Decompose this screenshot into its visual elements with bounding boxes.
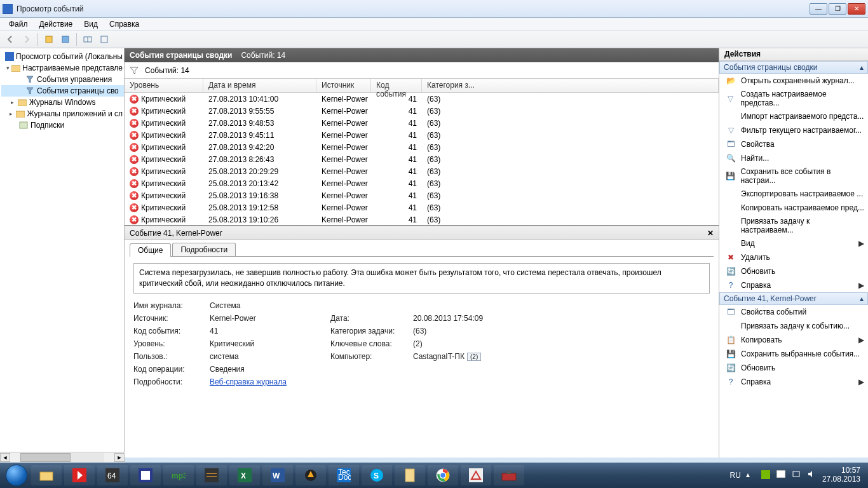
col-source[interactable]: Источник <box>316 79 371 92</box>
action-item[interactable]: 💾Сохранить все события в настраи... <box>719 165 868 187</box>
action-item[interactable]: 🗔Свойства <box>719 137 868 151</box>
taskbar-app-10[interactable] <box>494 465 524 485</box>
critical-icon: ✖ <box>130 215 139 224</box>
tray-lang[interactable]: RU <box>730 471 741 480</box>
taskbar-app-8[interactable] <box>395 465 425 485</box>
action-icon <box>726 111 736 121</box>
tree-subscriptions[interactable]: Подписки <box>1 119 124 131</box>
tab-general[interactable]: Общие <box>130 243 171 257</box>
action-item[interactable]: Вид▶ <box>719 236 868 250</box>
taskbar-app-2[interactable]: 64 <box>97 465 128 485</box>
action-item[interactable]: 🔄Обновить <box>719 264 868 278</box>
close-button[interactable]: ✕ <box>848 3 865 15</box>
action-icon: ▽ <box>726 125 736 135</box>
tray-clock[interactable]: 10:57 27.08.2013 <box>822 466 860 484</box>
col-category[interactable]: Категория з... <box>422 79 719 92</box>
taskbar-chrome[interactable] <box>428 465 458 485</box>
tray-network-icon[interactable] <box>792 470 802 480</box>
taskbar-app-4[interactable]: mp3 <box>163 465 194 485</box>
action-item[interactable]: 🔍Найти... <box>719 151 868 165</box>
toolbar-btn-1[interactable] <box>41 32 57 46</box>
table-row[interactable]: ✖Критический27.08.2013 8:26:43Kernel-Pow… <box>125 153 719 165</box>
taskbar-app-7[interactable]: TecDoc <box>329 465 359 485</box>
action-item[interactable]: Привязать задачу к событию... <box>719 319 868 333</box>
table-row[interactable]: ✖Критический27.08.2013 9:45:11Kernel-Pow… <box>125 129 719 141</box>
toolbar-btn-3[interactable] <box>80 32 95 46</box>
svg-rect-9 <box>20 122 27 128</box>
lbl-computer: Компьютер: <box>330 352 413 361</box>
actions-panel: Действия События страницы сводки▴ 📂Откры… <box>719 48 868 458</box>
toolbar-btn-4[interactable] <box>97 32 112 46</box>
tab-details[interactable]: Подробности <box>172 243 236 256</box>
table-row[interactable]: ✖Критический27.08.2013 9:42:20Kernel-Pow… <box>125 141 719 153</box>
table-row[interactable]: ✖Критический27.08.2013 9:55:55Kernel-Pow… <box>125 105 719 117</box>
taskbar-explorer[interactable] <box>31 465 62 485</box>
action-item[interactable]: 💾Сохранить выбранные события... <box>719 347 868 361</box>
toolbar-btn-2[interactable] <box>58 32 73 46</box>
tree-custom-views[interactable]: ▾ Настраиваемые представле <box>1 62 124 74</box>
tray-icon[interactable]: ▴ <box>746 470 756 480</box>
svg-rect-10 <box>40 472 53 480</box>
action-item[interactable]: Копировать настраиваемое пред... <box>719 201 868 215</box>
menubar: Файл Действие Вид Справка <box>0 18 868 30</box>
tree-summary-events[interactable]: События страницы сво <box>1 85 124 97</box>
action-item[interactable]: ▽Создать настраиваемое представ... <box>719 88 868 109</box>
folder-icon <box>16 109 25 119</box>
table-row[interactable]: ✖Критический25.08.2013 20:29:29Kernel-Po… <box>125 165 719 177</box>
folder-icon <box>11 63 20 73</box>
taskbar-app-3[interactable] <box>130 465 161 485</box>
table-row[interactable]: ✖Критический27.08.2013 9:48:53Kernel-Pow… <box>125 117 719 129</box>
action-item[interactable]: ✖Удалить <box>719 250 868 264</box>
nav-forward-button[interactable] <box>19 32 34 46</box>
actions-section-1[interactable]: События страницы сводки▴ <box>719 61 868 74</box>
val-opcode: Сведения <box>210 365 330 374</box>
taskbar-app-6[interactable] <box>295 465 326 485</box>
table-row[interactable]: ✖Критический25.08.2013 19:10:26Kernel-Po… <box>125 214 719 225</box>
action-item[interactable]: Импорт настраиваемого предста... <box>719 109 868 123</box>
maximize-button[interactable]: ❐ <box>829 3 846 15</box>
col-level[interactable]: Уровень <box>125 79 203 92</box>
tray-flag-icon[interactable] <box>776 470 787 480</box>
table-row[interactable]: ✖Критический27.08.2013 10:41:00Kernel-Po… <box>125 93 719 105</box>
action-item[interactable]: ?Справка▶ <box>719 278 868 292</box>
action-item[interactable]: ▽Фильтр текущего настраиваемог... <box>719 123 868 137</box>
taskbar-excel[interactable]: X <box>229 465 260 485</box>
help-link[interactable]: Веб-справка журнала <box>210 377 287 386</box>
action-item[interactable]: 📋Копировать▶ <box>719 333 868 347</box>
taskbar-word[interactable]: W <box>262 465 293 485</box>
table-row[interactable]: ✖Критический25.08.2013 19:12:58Kernel-Po… <box>125 201 719 214</box>
menu-help[interactable]: Справка <box>104 18 144 30</box>
menu-view[interactable]: Вид <box>79 18 103 30</box>
table-row[interactable]: ✖Критический25.08.2013 19:16:38Kernel-Po… <box>125 189 719 201</box>
detail-close-button[interactable]: ✕ <box>707 229 714 238</box>
taskbar-skype[interactable]: S <box>362 465 392 485</box>
val-eventid: 41 <box>210 327 330 336</box>
col-eventid[interactable]: Код события <box>371 79 422 92</box>
action-item[interactable]: ?Справка▶ <box>719 375 868 389</box>
start-button[interactable] <box>4 463 29 488</box>
menu-action[interactable]: Действие <box>34 18 78 30</box>
tree-app-logs[interactable]: ▸ Журналы приложений и сл <box>1 108 124 119</box>
tree-windows-logs[interactable]: ▸ Журналы Windows <box>1 97 124 108</box>
action-item[interactable]: 🔄Обновить <box>719 361 868 375</box>
taskbar-app-9[interactable] <box>461 465 491 485</box>
taskbar-app-1[interactable] <box>64 465 95 485</box>
action-icon: ? <box>726 280 736 290</box>
menu-file[interactable]: Файл <box>4 18 33 30</box>
nav-back-button[interactable] <box>3 32 18 46</box>
table-row[interactable]: ✖Критический25.08.2013 20:13:42Kernel-Po… <box>125 177 719 189</box>
minimize-button[interactable]: — <box>810 3 827 15</box>
actions-section-2[interactable]: Событие 41, Kernel-Power▴ <box>719 292 868 305</box>
taskbar-app-5[interactable] <box>196 465 227 485</box>
tray-nvidia-icon[interactable] <box>761 470 771 480</box>
action-item[interactable]: Экспортировать настраиваемое ... <box>719 187 868 201</box>
tree-hscroll[interactable]: ◄► <box>0 452 125 458</box>
tray-volume-icon[interactable] <box>807 470 817 480</box>
action-item[interactable]: 🗔Свойства событий <box>719 305 868 319</box>
col-datetime[interactable]: Дата и время <box>203 79 316 92</box>
tree-root[interactable]: Просмотр событий (Локальны <box>1 51 124 62</box>
action-item[interactable]: Привязать задачу к настраиваем... <box>719 215 868 236</box>
tree-admin-label: События управления <box>37 75 112 84</box>
tree-admin-events[interactable]: События управления <box>1 74 124 85</box>
action-item[interactable]: 📂Открыть сохраненный журнал... <box>719 74 868 88</box>
